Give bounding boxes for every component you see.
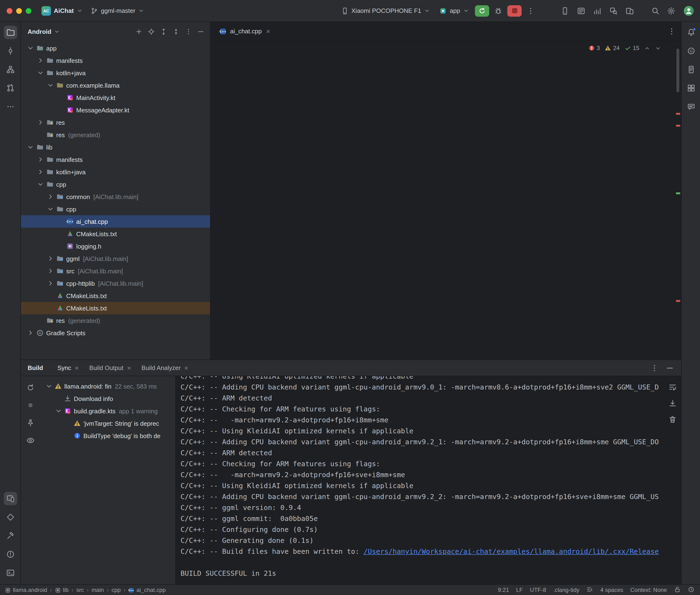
tree-item-res[interactable]: res [21, 116, 210, 129]
status-item-lf[interactable]: LF [516, 587, 523, 593]
terminal-button[interactable] [4, 566, 17, 579]
chevron-right-icon[interactable] [36, 168, 45, 176]
tree-item-cmakelists-txt[interactable]: CMakeLists.txt [21, 302, 210, 314]
tree-item-res[interactable]: res(generated) [21, 314, 210, 327]
editor-tab-ai-chat-cpp[interactable]: C++ ai_chat.cpp [214, 22, 277, 40]
gradle-button[interactable]: G [684, 44, 698, 58]
tree-item-kotlin-java[interactable]: kotlin+java [21, 166, 210, 178]
project-widget[interactable]: AC AiChat [38, 4, 86, 18]
soft-wrap-button[interactable] [667, 382, 678, 392]
error-count[interactable]: 3 [588, 45, 600, 51]
tree-item-cpp[interactable]: cpp [21, 203, 210, 215]
run-configuration-selector[interactable]: app [436, 5, 473, 17]
breadcrumb-lib[interactable]: lib [55, 587, 68, 593]
chevron-down-icon[interactable] [36, 180, 45, 188]
more-run-options-button[interactable] [524, 4, 537, 18]
tree-item-cpp-httplib[interactable]: cpp-httplib[AiChat.lib.main] [21, 277, 210, 289]
tree-item-manifests[interactable]: manifests [21, 54, 210, 67]
chevron-right-icon[interactable] [46, 193, 55, 200]
build-tab-build-analyzer[interactable]: Build Analyzer [137, 360, 194, 376]
minimize-window-button[interactable] [16, 8, 22, 13]
clear-button[interactable] [667, 414, 678, 425]
formatter-button[interactable] [587, 586, 593, 594]
code-editor[interactable] [211, 41, 681, 360]
stop-disabled-button[interactable] [25, 399, 36, 411]
search-everywhere-button[interactable] [649, 4, 662, 18]
device-selector[interactable]: Xiaomi POCOPHONE F1 [337, 5, 433, 17]
tree-item-gradle-scripts[interactable]: GGradle Scripts [21, 327, 210, 339]
notifications-button[interactable] [684, 26, 698, 39]
breadcrumb-cpp[interactable]: cpp [111, 587, 121, 593]
change-stripe-mark[interactable] [676, 192, 680, 194]
chevron-right-icon[interactable] [46, 255, 55, 262]
profiler-button[interactable] [591, 4, 604, 18]
error-stripe-mark[interactable] [676, 300, 680, 302]
warning-count[interactable]: 24 [605, 45, 620, 51]
commit-button[interactable] [4, 44, 17, 58]
status-item-clang-tidy[interactable]: .clang-tidy [553, 587, 579, 593]
chevron-down-icon[interactable] [26, 143, 35, 151]
problems-button[interactable] [4, 548, 17, 561]
editor-scrollbar[interactable] [676, 49, 679, 92]
chevron-right-icon[interactable] [36, 119, 45, 126]
build-tab-sync[interactable]: Sync [53, 360, 85, 376]
error-stripe-mark[interactable] [676, 113, 680, 115]
build-variants-button[interactable] [4, 510, 17, 524]
tree-item-logging-h[interactable]: Hlogging.h [21, 240, 210, 252]
tree-item-res[interactable]: res(generated) [21, 129, 210, 141]
scroll-to-end-button[interactable] [667, 398, 678, 408]
device-explorer-button[interactable] [684, 63, 698, 76]
stop-button[interactable] [507, 5, 522, 17]
tree-item-messageadapter-kt[interactable]: MessageAdapter.kt [21, 104, 210, 116]
build-console[interactable]: C/C++: -- Using KleidiAI optimized kerne… [176, 376, 681, 584]
build-tab-build-output[interactable]: Build Output [85, 360, 137, 376]
breadcrumb-main[interactable]: main [91, 587, 104, 593]
chevron-right-icon[interactable] [46, 267, 55, 275]
build-tree-item-download-info[interactable]: Download info [40, 392, 175, 405]
device-mirroring-button[interactable] [623, 4, 636, 18]
tree-item-cmakelists-txt[interactable]: CMakeLists.txt [21, 289, 210, 302]
project-view-selector[interactable]: Android [28, 28, 52, 35]
breadcrumb-llama-android[interactable]: llama.android [5, 587, 47, 593]
device-manager-button[interactable] [558, 4, 571, 18]
chevron-down-icon[interactable] [46, 81, 55, 89]
close-icon[interactable] [74, 365, 80, 371]
locate-button[interactable] [145, 26, 157, 37]
hide-build-panel-button[interactable] [663, 361, 676, 374]
build-tree-item-buildtype-debug-is-both-de[interactable]: BuildType 'debug' is both de [40, 429, 175, 442]
avatar[interactable] [683, 5, 695, 17]
chevron-down-icon[interactable] [45, 382, 53, 390]
settings-button[interactable] [665, 4, 678, 18]
eye-button[interactable] [25, 435, 36, 446]
chevron-right-icon[interactable] [36, 57, 45, 64]
logcat-button[interactable] [575, 4, 588, 18]
tree-item-ai-chat-cpp[interactable]: C++ai_chat.cpp [21, 215, 210, 228]
chevron-down-icon[interactable] [26, 44, 35, 52]
rerun-button[interactable] [25, 382, 36, 393]
tree-item-com-example-llama[interactable]: com.example.llama [21, 79, 210, 91]
structure-button[interactable] [4, 63, 17, 76]
error-stripe-mark[interactable] [676, 125, 680, 126]
close-icon[interactable] [265, 28, 271, 34]
zoom-window-button[interactable] [26, 8, 31, 13]
build-button[interactable] [4, 529, 17, 542]
editor-options-button[interactable] [665, 25, 678, 38]
hide-button[interactable] [195, 26, 206, 37]
status-item-4-spaces[interactable]: 4 spaces [600, 587, 623, 593]
chevron-down-icon[interactable] [36, 69, 45, 77]
console-link[interactable]: /Users/hanyin/Workspace/ai-chat/examples… [363, 548, 659, 555]
layout-inspector-button[interactable] [684, 81, 698, 95]
status-circle-button[interactable] [688, 586, 695, 594]
tree-item-cpp[interactable]: cpp [21, 178, 210, 191]
more-vertical-button[interactable] [183, 26, 194, 37]
chevron-right-icon[interactable] [26, 329, 35, 337]
previous-problem-button[interactable] [644, 45, 650, 51]
tree-item-src[interactable]: src[AiChat.lib.main] [21, 265, 210, 277]
tree-item-common[interactable]: common[AiChat.lib.main] [21, 191, 210, 203]
tree-item-manifests[interactable]: manifests [21, 153, 210, 166]
debug-button[interactable] [492, 4, 505, 18]
build-tree-item-jvmtarget-string-is-deprec[interactable]: 'jvmTarget: String' is deprec [40, 417, 175, 429]
inspections-widget[interactable]: 3 24 15 [588, 45, 661, 51]
close-icon[interactable] [184, 365, 189, 371]
running-devices-button[interactable] [4, 492, 17, 505]
